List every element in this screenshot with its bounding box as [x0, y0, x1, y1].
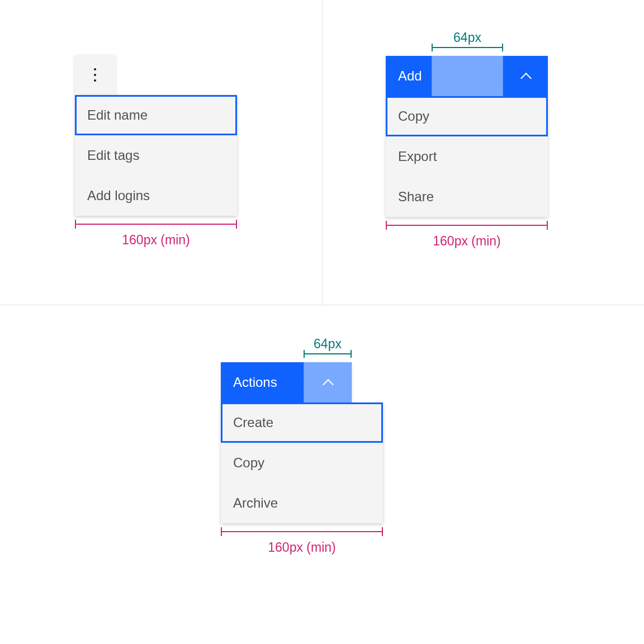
chevron-up-icon: [521, 72, 530, 80]
menu-item-label: Export: [398, 149, 437, 164]
width-annotation-label: 160px (min): [221, 540, 383, 555]
button-label: Add: [398, 68, 422, 84]
menu-item-archive[interactable]: Archive: [221, 483, 383, 523]
split-button-spacer: [432, 56, 503, 96]
menu-item-copy[interactable]: Copy: [221, 443, 383, 483]
trigger-width-label: 64px: [432, 30, 503, 45]
menu-item-edit-tags[interactable]: Edit tags: [75, 135, 237, 176]
menu-item-label: Copy: [233, 455, 264, 471]
menu-item-share[interactable]: Share: [386, 177, 548, 217]
overflow-menu: Edit name Edit tags Add logins: [75, 95, 237, 216]
trigger-width-label: 64px: [304, 337, 352, 352]
split-button-menu: Copy Export Share: [386, 96, 548, 217]
kebab-icon: [94, 68, 96, 82]
menu-item-label: Edit tags: [87, 148, 139, 163]
menu-item-add-logins[interactable]: Add logins: [75, 176, 237, 216]
split-button-menu: Create Copy Archive: [221, 402, 383, 523]
menu-item-label: Create: [233, 415, 273, 430]
split-button: Add: [386, 56, 548, 96]
overflow-menu-button[interactable]: [75, 55, 115, 95]
split-button: Actions: [221, 362, 352, 402]
vertical-divider: [322, 0, 323, 305]
split-button-main[interactable]: Actions: [221, 362, 304, 402]
width-annotation: 160px (min): [386, 225, 548, 249]
trigger-width-annotation: 64px: [386, 30, 548, 55]
split-button-actions-example: 64px Actions Create Copy Archive 160px (…: [221, 337, 383, 555]
width-annotation-label: 160px (min): [75, 233, 237, 248]
width-annotation: 160px (min): [75, 224, 237, 248]
split-button-caret[interactable]: [503, 56, 548, 96]
button-label: Actions: [233, 375, 277, 390]
width-annotation-label: 160px (min): [386, 234, 548, 249]
menu-item-label: Share: [398, 189, 434, 205]
menu-item-export[interactable]: Export: [386, 136, 548, 177]
split-button-caret[interactable]: [304, 362, 352, 402]
trigger-width-annotation: 64px: [221, 337, 383, 361]
menu-item-copy[interactable]: Copy: [386, 96, 548, 136]
overflow-menu-example: Edit name Edit tags Add logins 160px (mi…: [75, 55, 237, 248]
chevron-up-icon: [323, 378, 332, 387]
horizontal-divider: [0, 305, 644, 305]
menu-item-label: Add logins: [87, 188, 150, 203]
menu-item-create[interactable]: Create: [221, 402, 383, 443]
menu-item-edit-name[interactable]: Edit name: [75, 95, 237, 135]
width-annotation: 160px (min): [221, 531, 383, 555]
split-button-main[interactable]: Add: [386, 56, 432, 96]
menu-item-label: Copy: [398, 108, 429, 124]
menu-item-label: Edit name: [87, 107, 148, 123]
menu-item-label: Archive: [233, 495, 278, 511]
split-button-add-example: 64px Add Copy Export Share 160px (min): [386, 30, 548, 249]
